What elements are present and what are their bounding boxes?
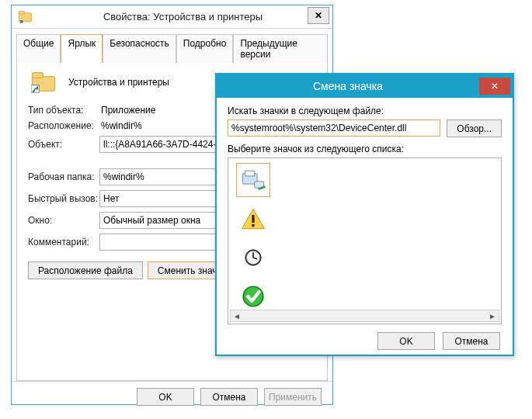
apply-button[interactable]: Применить (264, 388, 322, 406)
clock-icon (240, 244, 266, 271)
tab-shortcut[interactable]: Ярлык (61, 34, 103, 63)
svg-rect-12 (252, 215, 254, 223)
svg-rect-1 (19, 11, 25, 14)
properties-button-bar: OK Отмена Применить (12, 381, 332, 412)
label-shortcut-key: Быстрый вызов: (28, 193, 99, 204)
tab-details[interactable]: Подробно (176, 34, 234, 63)
browse-button[interactable]: Обзор... (447, 119, 502, 137)
tab-strip: Общие Ярлык Безопасность Подробно Предыд… (16, 33, 328, 63)
header-caption: Устройства и принтеры (68, 77, 169, 88)
svg-rect-8 (245, 171, 255, 176)
change-icon-ok-button[interactable]: OK (377, 332, 435, 350)
properties-titlebar[interactable]: Свойства: Устройства и принтеры ✕ (12, 5, 332, 29)
tab-security[interactable]: Безопасность (103, 34, 176, 63)
icon-list-item[interactable] (236, 202, 270, 236)
tab-general[interactable]: Общие (16, 34, 61, 63)
label-location: Расположение: (28, 120, 99, 131)
change-icon-cancel-button[interactable]: Отмена (443, 332, 500, 350)
tab-previous-versions[interactable]: Предыдущие версии (233, 34, 328, 63)
change-icon-close-button[interactable]: ✕ (479, 78, 510, 95)
close-icon: ✕ (491, 81, 499, 91)
icon-list-item[interactable] (236, 279, 270, 313)
icon-list[interactable]: ◄ ► (228, 158, 502, 324)
change-icon-titlebar[interactable]: Смена значка ✕ (217, 74, 513, 98)
icon-list-item[interactable] (236, 241, 270, 275)
check-ok-icon (240, 283, 266, 310)
change-icon-dialog: Смена значка ✕ Искать значки в следующем… (215, 73, 514, 356)
ok-button[interactable]: OK (137, 388, 194, 406)
close-icon: ✕ (315, 10, 322, 21)
label-comment: Комментарий: (28, 237, 99, 248)
scroll-left-icon: ◄ (231, 312, 243, 320)
folder-shortcut-large-icon (31, 71, 57, 94)
svg-rect-4 (33, 73, 43, 78)
devices-printers-icon (240, 167, 266, 193)
label-start-in: Рабочая папка: (28, 171, 99, 182)
svg-rect-13 (252, 224, 254, 227)
folder-shortcut-icon (18, 10, 33, 24)
label-look-in: Искать значки в следующем файле: (228, 106, 502, 116)
properties-close-button[interactable]: ✕ (308, 7, 329, 24)
icon-list-item[interactable] (236, 163, 270, 197)
icon-path-input[interactable] (228, 119, 440, 137)
properties-title-text: Свойства: Устройства и принтеры (33, 11, 332, 23)
svg-rect-0 (19, 12, 31, 21)
icon-list-scrollbar[interactable]: ◄ ► (230, 310, 499, 322)
label-run: Окно: (28, 215, 99, 226)
cancel-button[interactable]: Отмена (200, 388, 258, 406)
scroll-right-icon: ► (486, 312, 499, 320)
warning-icon (240, 206, 266, 232)
label-select-icon: Выберите значок из следующего списка: (228, 144, 502, 154)
label-target-type: Тип объекта: (28, 105, 99, 116)
label-target: Объект: (28, 139, 99, 150)
open-file-location-button[interactable]: Расположение файла (28, 261, 143, 279)
change-icon-title-text: Смена значка (217, 80, 479, 92)
